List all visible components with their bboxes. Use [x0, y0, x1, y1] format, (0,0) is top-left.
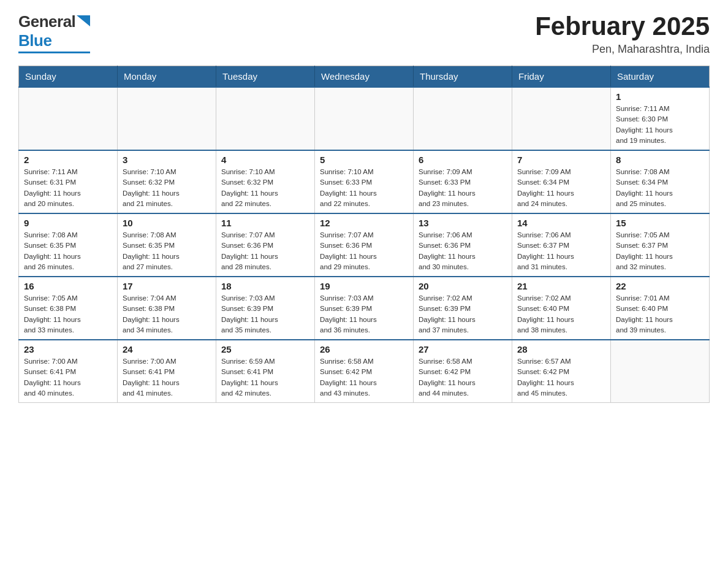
- day-number: 7: [517, 155, 605, 165]
- calendar-subtitle: Pen, Maharashtra, India: [535, 43, 710, 56]
- logo-underline: [18, 52, 90, 53]
- day-info: Sunrise: 7:02 AMSunset: 6:39 PMDaylight:…: [419, 293, 507, 335]
- day-number: 15: [616, 218, 704, 228]
- calendar-cell: 22Sunrise: 7:01 AMSunset: 6:40 PMDayligh…: [611, 277, 710, 340]
- weekday-header-wednesday: Wednesday: [315, 66, 414, 88]
- calendar-cell: 25Sunrise: 6:59 AMSunset: 6:41 PMDayligh…: [216, 340, 315, 403]
- calendar-cell: [512, 87, 611, 150]
- day-number: 27: [419, 344, 507, 354]
- calendar-cell: 27Sunrise: 6:58 AMSunset: 6:42 PMDayligh…: [414, 340, 512, 403]
- calendar-cell: [315, 87, 414, 150]
- day-number: 4: [221, 155, 309, 165]
- day-info: Sunrise: 7:10 AMSunset: 6:32 PMDaylight:…: [221, 167, 309, 209]
- day-number: 10: [123, 218, 211, 228]
- calendar-cell: 5Sunrise: 7:10 AMSunset: 6:33 PMDaylight…: [315, 150, 414, 213]
- day-number: 2: [24, 155, 112, 165]
- calendar-cell: 13Sunrise: 7:06 AMSunset: 6:36 PMDayligh…: [414, 213, 512, 277]
- day-info: Sunrise: 7:11 AMSunset: 6:31 PMDaylight:…: [24, 167, 112, 209]
- calendar-cell: 11Sunrise: 7:07 AMSunset: 6:36 PMDayligh…: [216, 213, 315, 277]
- page-header: General Blue February 2025 Pen, Maharash…: [18, 12, 710, 56]
- day-info: Sunrise: 7:03 AMSunset: 6:39 PMDaylight:…: [221, 293, 309, 335]
- calendar-cell: 19Sunrise: 7:03 AMSunset: 6:39 PMDayligh…: [315, 277, 414, 340]
- calendar-cell: [611, 340, 710, 403]
- day-number: 5: [320, 155, 408, 165]
- day-number: 11: [221, 218, 309, 228]
- svg-marker-0: [77, 15, 90, 26]
- calendar-cell: 24Sunrise: 7:00 AMSunset: 6:41 PMDayligh…: [118, 340, 216, 403]
- week-row-2: 2Sunrise: 7:11 AMSunset: 6:31 PMDaylight…: [19, 150, 710, 213]
- calendar-cell: 4Sunrise: 7:10 AMSunset: 6:32 PMDaylight…: [216, 150, 315, 213]
- calendar-title: February 2025: [535, 12, 710, 40]
- logo-blue-text: Blue: [18, 31, 51, 50]
- day-info: Sunrise: 7:00 AMSunset: 6:41 PMDaylight:…: [24, 356, 112, 399]
- calendar-cell: 15Sunrise: 7:05 AMSunset: 6:37 PMDayligh…: [611, 213, 710, 277]
- weekday-header-monday: Monday: [118, 66, 216, 88]
- day-info: Sunrise: 7:01 AMSunset: 6:40 PMDaylight:…: [616, 293, 704, 335]
- day-number: 20: [419, 281, 507, 291]
- day-info: Sunrise: 7:10 AMSunset: 6:32 PMDaylight:…: [123, 167, 211, 209]
- day-info: Sunrise: 6:57 AMSunset: 6:42 PMDaylight:…: [517, 356, 605, 399]
- day-number: 14: [517, 218, 605, 228]
- day-info: Sunrise: 7:00 AMSunset: 6:41 PMDaylight:…: [123, 356, 211, 399]
- day-info: Sunrise: 6:58 AMSunset: 6:42 PMDaylight:…: [419, 356, 507, 399]
- title-block: February 2025 Pen, Maharashtra, India: [535, 12, 710, 56]
- weekday-header-row: SundayMondayTuesdayWednesdayThursdayFrid…: [19, 66, 710, 88]
- day-info: Sunrise: 7:11 AMSunset: 6:30 PMDaylight:…: [616, 104, 704, 146]
- day-number: 18: [221, 281, 309, 291]
- day-info: Sunrise: 7:07 AMSunset: 6:36 PMDaylight:…: [221, 230, 309, 272]
- day-info: Sunrise: 7:02 AMSunset: 6:40 PMDaylight:…: [517, 293, 605, 335]
- day-number: 12: [320, 218, 408, 228]
- day-number: 1: [616, 91, 704, 102]
- calendar-cell: 21Sunrise: 7:02 AMSunset: 6:40 PMDayligh…: [512, 277, 611, 340]
- week-row-1: 1Sunrise: 7:11 AMSunset: 6:30 PMDaylight…: [19, 87, 710, 150]
- calendar-cell: 3Sunrise: 7:10 AMSunset: 6:32 PMDaylight…: [118, 150, 216, 213]
- calendar-cell: 20Sunrise: 7:02 AMSunset: 6:39 PMDayligh…: [414, 277, 512, 340]
- calendar-cell: [216, 87, 315, 150]
- logo-general-text: General: [18, 12, 75, 31]
- weekday-header-sunday: Sunday: [19, 66, 118, 88]
- day-info: Sunrise: 7:10 AMSunset: 6:33 PMDaylight:…: [320, 167, 408, 209]
- week-row-5: 23Sunrise: 7:00 AMSunset: 6:41 PMDayligh…: [19, 340, 710, 403]
- day-number: 21: [517, 281, 605, 291]
- calendar-cell: 8Sunrise: 7:08 AMSunset: 6:34 PMDaylight…: [611, 150, 710, 213]
- calendar-cell: 6Sunrise: 7:09 AMSunset: 6:33 PMDaylight…: [414, 150, 512, 213]
- day-number: 23: [24, 344, 112, 354]
- day-number: 24: [123, 344, 211, 354]
- calendar-cell: 17Sunrise: 7:04 AMSunset: 6:38 PMDayligh…: [118, 277, 216, 340]
- calendar-cell: 26Sunrise: 6:58 AMSunset: 6:42 PMDayligh…: [315, 340, 414, 403]
- day-info: Sunrise: 7:06 AMSunset: 6:37 PMDaylight:…: [517, 230, 605, 272]
- logo: General Blue: [18, 12, 90, 53]
- day-info: Sunrise: 7:08 AMSunset: 6:35 PMDaylight:…: [123, 230, 211, 272]
- day-info: Sunrise: 6:58 AMSunset: 6:42 PMDaylight:…: [320, 356, 408, 399]
- day-info: Sunrise: 7:05 AMSunset: 6:38 PMDaylight:…: [24, 293, 112, 335]
- day-info: Sunrise: 7:03 AMSunset: 6:39 PMDaylight:…: [320, 293, 408, 335]
- day-number: 6: [419, 155, 507, 165]
- day-number: 25: [221, 344, 309, 354]
- week-row-4: 16Sunrise: 7:05 AMSunset: 6:38 PMDayligh…: [19, 277, 710, 340]
- day-info: Sunrise: 6:59 AMSunset: 6:41 PMDaylight:…: [221, 356, 309, 399]
- calendar-cell: 14Sunrise: 7:06 AMSunset: 6:37 PMDayligh…: [512, 213, 611, 277]
- logo-triangle-icon: [77, 15, 90, 26]
- day-number: 3: [123, 155, 211, 165]
- day-number: 13: [419, 218, 507, 228]
- day-number: 26: [320, 344, 408, 354]
- week-row-3: 9Sunrise: 7:08 AMSunset: 6:35 PMDaylight…: [19, 213, 710, 277]
- day-info: Sunrise: 7:05 AMSunset: 6:37 PMDaylight:…: [616, 230, 704, 272]
- day-info: Sunrise: 7:09 AMSunset: 6:33 PMDaylight:…: [419, 167, 507, 209]
- calendar-cell: 23Sunrise: 7:00 AMSunset: 6:41 PMDayligh…: [19, 340, 118, 403]
- calendar-cell: [19, 87, 118, 150]
- day-info: Sunrise: 7:08 AMSunset: 6:35 PMDaylight:…: [24, 230, 112, 272]
- calendar-cell: [414, 87, 512, 150]
- day-number: 16: [24, 281, 112, 291]
- calendar-cell: 28Sunrise: 6:57 AMSunset: 6:42 PMDayligh…: [512, 340, 611, 403]
- calendar-cell: 12Sunrise: 7:07 AMSunset: 6:36 PMDayligh…: [315, 213, 414, 277]
- weekday-header-thursday: Thursday: [414, 66, 512, 88]
- calendar-cell: 10Sunrise: 7:08 AMSunset: 6:35 PMDayligh…: [118, 213, 216, 277]
- day-number: 19: [320, 281, 408, 291]
- day-number: 8: [616, 155, 704, 165]
- calendar-cell: [118, 87, 216, 150]
- calendar-cell: 1Sunrise: 7:11 AMSunset: 6:30 PMDaylight…: [611, 87, 710, 150]
- day-info: Sunrise: 7:06 AMSunset: 6:36 PMDaylight:…: [419, 230, 507, 272]
- calendar-cell: 16Sunrise: 7:05 AMSunset: 6:38 PMDayligh…: [19, 277, 118, 340]
- day-info: Sunrise: 7:09 AMSunset: 6:34 PMDaylight:…: [517, 167, 605, 209]
